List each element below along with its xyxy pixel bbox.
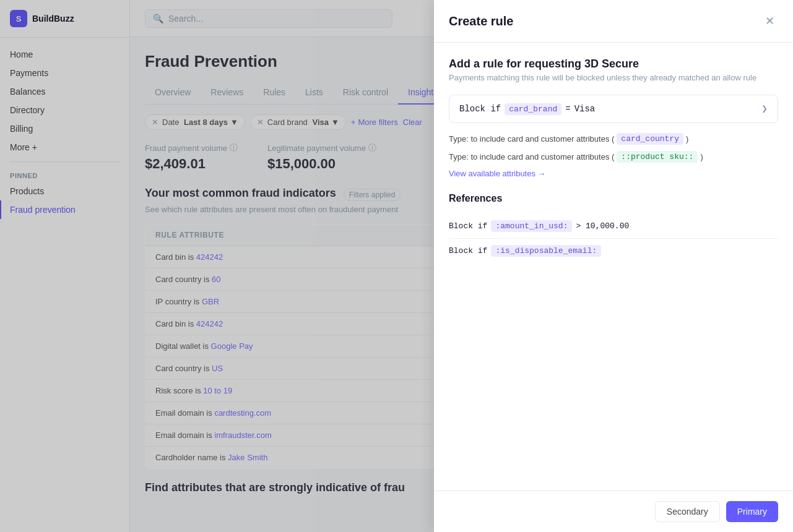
drawer-footer: Secondary Primary	[434, 491, 793, 532]
rule-value: Visa	[574, 104, 596, 114]
reference-item-1: Block if :amount_in_usd: > 10,000.00	[449, 214, 778, 239]
secondary-button[interactable]: Secondary	[655, 501, 720, 522]
type-hint-2: Type: to include card and customer attri…	[449, 151, 778, 163]
type-hint-1: Type: to include card and customer attri…	[449, 133, 778, 145]
primary-button[interactable]: Primary	[726, 501, 778, 522]
rule-card-brand-token: card_brand	[505, 103, 561, 115]
type-hint-1-prefix: Type: to include card and customer attri…	[449, 134, 614, 144]
type-hint-2-token: ::product sku::	[617, 151, 698, 163]
create-rule-drawer: Create rule ✕ Add a rule for requesting …	[434, 0, 793, 532]
ref-2-token: :is_disposable_email:	[491, 245, 601, 257]
type-hint-2-prefix: Type: to include card and customer attri…	[449, 152, 614, 161]
ref-1-keyword: Block if	[449, 221, 487, 231]
drawer-subtitle: Payments matching this rule will be bloc…	[449, 73, 778, 82]
references-title: References	[449, 193, 778, 204]
ref-1-operator: > 10,000.00	[576, 221, 629, 231]
view-attributes-link[interactable]: View available attributes →	[449, 169, 778, 178]
rule-arrow-icon[interactable]: ❯	[761, 103, 768, 115]
close-button[interactable]: ✕	[761, 12, 778, 30]
drawer-title: Create rule	[449, 14, 514, 28]
drawer-header: Create rule ✕	[434, 0, 793, 43]
rule-text: Block if card_brand = Visa	[459, 103, 595, 115]
rule-block-keyword: Block if	[459, 104, 501, 114]
drawer-section-heading: Add a rule for requesting 3D Secure	[449, 58, 778, 71]
ref-1-token: :amount_in_usd:	[491, 220, 572, 232]
reference-item-2: Block if :is_disposable_email:	[449, 239, 778, 263]
type-hint-1-suffix: )	[686, 134, 688, 144]
rule-operator: =	[565, 104, 570, 114]
rule-input-container[interactable]: Block if card_brand = Visa ❯	[449, 95, 778, 123]
drawer-body: Add a rule for requesting 3D Secure Paym…	[434, 43, 793, 491]
ref-2-keyword: Block if	[449, 246, 487, 255]
type-hint-1-token: card_country	[617, 133, 683, 145]
type-hint-2-suffix: )	[700, 152, 703, 161]
